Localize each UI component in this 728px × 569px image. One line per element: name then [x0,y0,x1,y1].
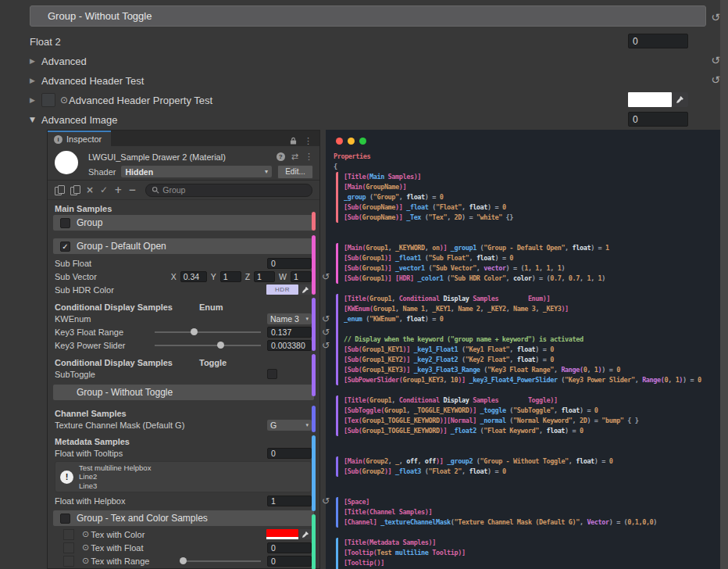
code-line: [Tooltip(Test multiline Tooltip)] [344,548,720,558]
group-foldout-group-tex-and-color-samples[interactable]: Group - Tex and Color Samples [53,510,314,526]
collapse-icon[interactable]: × [86,185,94,195]
search-input[interactable]: Group [145,184,312,197]
code-line [344,324,720,335]
axis-label-x: X [171,272,177,281]
undo-icon[interactable]: ↺ [322,496,330,506]
code-line: [KWEnum(Group1, Name 1, _KEY1, Name 2, _… [344,304,720,314]
minimize-traffic-light[interactable] [348,138,355,145]
inspector-panel: i Inspector ⋮ LWGUI_Sample Drawer 2 (Mat… [47,130,320,569]
dropdown-texture-channel-mask-default-g[interactable]: G▾ [267,420,312,431]
axis-field-z[interactable]: 1 [254,271,275,282]
close-traffic-light[interactable] [336,138,343,145]
shader-dropdown[interactable]: Hidden ▾ [121,166,272,177]
foldout-label: Advanced Header Test [41,75,144,87]
hdr-color-swatch[interactable]: HDR [266,284,298,295]
value-field[interactable]: 0.137 [267,327,312,338]
checkbox[interactable] [267,369,277,379]
remove-icon[interactable]: − [128,185,136,195]
section-header-label: Channel Samples [55,409,127,418]
eyedropper-button[interactable] [299,284,312,295]
value-field[interactable]: 0 [267,448,312,459]
value-field[interactable]: 0 [267,258,312,269]
code-line: [Sub(Group1_TOGGLE_KEYWORD)] _float2 ("F… [344,426,720,436]
texture-thumbnail[interactable] [63,556,74,567]
property-label: Texture Channel Mask (Default G) [55,420,267,430]
checkbox[interactable] [60,514,70,524]
code-block: [Title(Group1, Conditional Display Sampl… [336,395,720,436]
lock-icon[interactable] [290,137,297,145]
checkbox[interactable] [41,93,55,107]
tab-inspector[interactable]: i Inspector [48,131,111,146]
code-line: [Sub(GroupName)] _Tex ("Tex", 2D) = "whi… [344,213,720,223]
color-swatch-white[interactable] [628,92,672,107]
axis-field-y[interactable]: 1 [220,271,241,282]
kebab-menu-icon[interactable]: ⋮ [304,136,312,146]
foldout-advanced[interactable]: ▶ Advanced [30,52,709,70]
slider-track[interactable] [155,345,261,346]
undo-icon[interactable]: ↺ [322,340,330,351]
shader-properties-code: Properties{[Title(Main Samples)][Main(Gr… [334,152,720,569]
texture-thumbnail[interactable] [63,542,74,553]
axis-field-w[interactable]: 1 [291,271,312,282]
slider-thumb[interactable] [217,342,224,349]
undo-icon[interactable]: ↺ [322,327,330,338]
value-field[interactable]: 0 [267,542,312,553]
preset-icon[interactable]: ⇄ [291,152,298,162]
color-swatch[interactable] [266,529,298,539]
checkbox[interactable]: ✓ [60,242,70,252]
slider-thumb[interactable] [180,557,187,564]
value-field[interactable]: 0.003380 [267,340,312,351]
undo-icon[interactable]: ↺ [322,313,330,324]
float2-value-field[interactable]: 0 [628,34,688,48]
property-label: KWEnum [55,314,267,324]
material-inspector-top-section: Group - Without Toggle ↺ Float 2 0 ▶ Adv… [0,0,728,130]
property-row-sub-vector: Sub VectorX0.34Y1Z1W1↺ [48,270,319,283]
undo-icon[interactable]: ↺ [322,271,330,282]
eyedropper-icon [302,531,309,539]
axis-field-x[interactable]: 0.34 [180,271,207,282]
slider-thumb[interactable] [191,328,198,335]
edit-shader-button[interactable]: Edit... [277,165,313,179]
dropdown-kwenum[interactable]: Name 3▾ [267,313,312,324]
value-field[interactable]: 0 [267,556,312,567]
foldout-advanced-header-test[interactable]: ▶ Advanced Header Test [30,71,709,90]
slider-track[interactable] [155,331,261,333]
property-row-key3-power-slider: Key3 Power Slider0.003380↺ [48,338,319,352]
slider-track[interactable] [181,560,261,562]
checkbox[interactable] [60,218,70,228]
group-header-without-toggle[interactable]: Group - Without Toggle [30,5,706,27]
code-line: [Sub(Group1)] _float1 ("Sub Float", floa… [344,253,720,263]
shader-dropdown-value: Hidden [125,167,153,177]
chevron-down-icon: ▾ [305,316,309,322]
paste-icon[interactable] [70,185,80,195]
eyedropper-icon [676,95,684,104]
eyedropper-button[interactable] [299,529,312,539]
code-line: [Tooltip()] [344,558,720,568]
foldout-advanced-header-property-test[interactable]: ▶ ⊙ Advanced Header Property Test [30,91,709,109]
code-block: [Space][Title(Channel Samples)][Channel]… [336,497,720,528]
add-icon[interactable]: + [114,185,122,195]
group-foldout-group-default-open[interactable]: ✓Group - Default Open [53,238,314,254]
copy-icon[interactable] [55,185,64,195]
code-line: [Main(Group1, _KEYWORD, on)] _group1 ("G… [344,243,720,253]
help-icon[interactable]: ? [277,152,285,161]
advanced-image-value-field[interactable]: 0 [628,112,688,127]
axis-label-w: W [279,272,287,281]
texture-thumbnail[interactable] [63,529,74,540]
kebab-menu-icon[interactable]: ⋮ [305,152,313,162]
material-preview-sphere[interactable] [55,151,78,174]
foldout-label: Advanced Header Property Test [69,95,212,106]
checkmark-icon[interactable]: ✓ [100,185,108,195]
property-label: Sub Float [55,259,267,268]
dropdown-value: G [270,420,277,430]
eyedropper-button[interactable] [672,92,688,107]
foldout-advanced-image[interactable]: ▼ Advanced Image 0 [30,110,709,129]
value-field[interactable]: 1 [267,496,312,506]
property-label: Sub HDR Color [55,285,266,295]
group-foldout-label: Group - Without Toggle [77,387,173,398]
maximize-traffic-light[interactable] [359,138,366,145]
info-icon: i [54,135,62,144]
group-foldout-group-without-toggle[interactable]: Group - Without Toggle [53,385,314,400]
section-header-conditional-display-samples: Conditional Display SamplesEnum [48,302,319,312]
group-foldout-group[interactable]: Group [53,215,314,231]
